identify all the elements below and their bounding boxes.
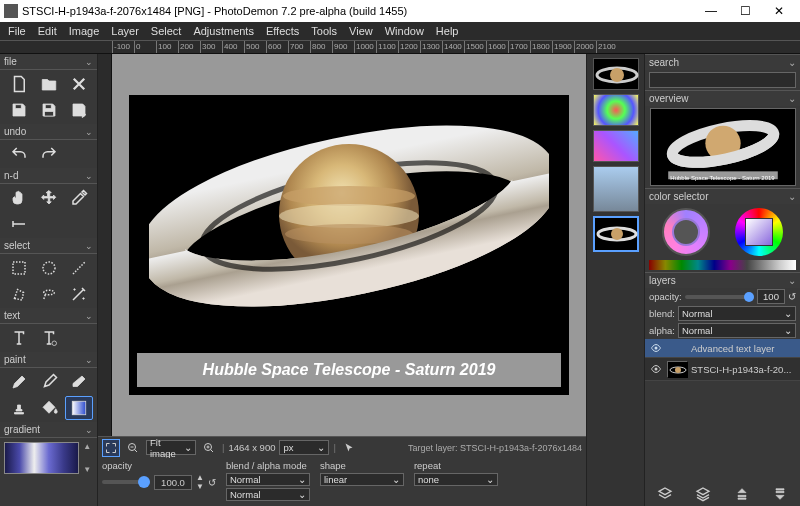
chevron-icon[interactable]: ⌄ bbox=[85, 241, 93, 251]
unit-select[interactable]: px⌄ bbox=[279, 440, 329, 455]
canvas-stage[interactable]: Hubble Space Telescope - Saturn 2019 bbox=[112, 54, 586, 436]
layer-buttons bbox=[645, 482, 800, 506]
opacity-slider[interactable] bbox=[102, 480, 150, 484]
opacity-reset-icon[interactable]: ↺ bbox=[208, 477, 216, 488]
line-select-tool[interactable] bbox=[65, 256, 93, 280]
fit-button[interactable] bbox=[102, 439, 120, 457]
menu-help[interactable]: Help bbox=[430, 22, 465, 40]
eraser-tool[interactable] bbox=[65, 370, 93, 394]
menu-edit[interactable]: Edit bbox=[32, 22, 63, 40]
opacity-field[interactable]: 100.0 bbox=[154, 475, 192, 490]
layer-item[interactable]: STSCI-H-p1943a-f-20... bbox=[645, 358, 800, 381]
chevron-icon[interactable]: ⌄ bbox=[788, 275, 796, 286]
visibility-icon[interactable] bbox=[649, 363, 663, 375]
section-file: file bbox=[4, 56, 17, 67]
clone-tool[interactable] bbox=[5, 396, 33, 420]
overview-thumbnail[interactable]: Hubble Space Telescope - Saturn 2019 bbox=[650, 108, 796, 186]
add-layer-button[interactable] bbox=[657, 486, 673, 502]
menu-tools[interactable]: Tools bbox=[305, 22, 343, 40]
layer-up-button[interactable] bbox=[734, 486, 750, 502]
chevron-icon[interactable]: ⌄ bbox=[788, 57, 796, 68]
chevron-icon[interactable]: ⌄ bbox=[788, 191, 796, 202]
menu-layer[interactable]: Layer bbox=[105, 22, 145, 40]
fill-tool[interactable] bbox=[35, 396, 63, 420]
svg-rect-2 bbox=[44, 112, 53, 117]
minimize-button[interactable]: — bbox=[694, 0, 728, 22]
menu-window[interactable]: Window bbox=[379, 22, 430, 40]
search-panel-header: search bbox=[649, 57, 679, 68]
color-ring[interactable] bbox=[662, 208, 710, 256]
shape-select[interactable]: linear⌄ bbox=[320, 473, 404, 486]
chevron-icon[interactable]: ⌄ bbox=[85, 171, 93, 181]
maximize-button[interactable]: ☐ bbox=[728, 0, 762, 22]
text-advanced-tool[interactable] bbox=[35, 326, 63, 350]
search-input[interactable] bbox=[649, 72, 796, 88]
chevron-icon[interactable]: ⌄ bbox=[85, 127, 93, 137]
zoom-in-button[interactable] bbox=[200, 439, 218, 457]
zoom-out-button[interactable] bbox=[124, 439, 142, 457]
doc-thumb[interactable] bbox=[593, 130, 639, 162]
chevron-icon[interactable]: ⌄ bbox=[85, 57, 93, 67]
chevron-icon[interactable]: ⌄ bbox=[85, 311, 93, 321]
canvas-caption[interactable]: Hubble Space Telescope - Saturn 2019 bbox=[137, 353, 561, 387]
zoom-select[interactable]: Fit image⌄ bbox=[146, 440, 196, 455]
menu-view[interactable]: View bbox=[343, 22, 379, 40]
svg-point-29 bbox=[675, 367, 681, 373]
duplicate-layer-button[interactable] bbox=[695, 486, 711, 502]
new-file-button[interactable] bbox=[5, 72, 33, 96]
close-file-button[interactable] bbox=[65, 72, 93, 96]
opacity-step-up[interactable]: ▲▼ bbox=[196, 473, 204, 491]
poly-select-tool[interactable] bbox=[5, 282, 33, 306]
color-wheel[interactable] bbox=[735, 208, 783, 256]
target-layer-label: Target layer: STSCI-H-p1943a-f-2076x1484 bbox=[408, 443, 582, 453]
wand-tool[interactable] bbox=[65, 282, 93, 306]
chevron-icon[interactable]: ⌄ bbox=[788, 93, 796, 104]
brush-tool[interactable] bbox=[35, 370, 63, 394]
gradient-stepper[interactable]: ▲▼ bbox=[83, 442, 93, 474]
move-tool[interactable] bbox=[35, 186, 63, 210]
layer-item[interactable]: Advanced text layer bbox=[645, 339, 800, 358]
reset-icon[interactable]: ↺ bbox=[788, 291, 796, 302]
rect-select-tool[interactable] bbox=[5, 256, 33, 280]
save-button[interactable] bbox=[5, 98, 33, 122]
menu-file[interactable]: File bbox=[2, 22, 32, 40]
doc-thumb[interactable] bbox=[593, 166, 639, 212]
doc-thumb[interactable] bbox=[593, 94, 639, 126]
menu-image[interactable]: Image bbox=[63, 22, 106, 40]
undo-button[interactable] bbox=[5, 142, 33, 166]
menu-adjustments[interactable]: Adjustments bbox=[187, 22, 260, 40]
layer-opacity-slider[interactable] bbox=[685, 295, 754, 299]
chevron-icon[interactable]: ⌄ bbox=[85, 355, 93, 365]
svg-rect-3 bbox=[13, 262, 25, 274]
redo-button[interactable] bbox=[35, 142, 63, 166]
visibility-icon[interactable] bbox=[649, 342, 663, 354]
layer-blend-select[interactable]: Normal⌄ bbox=[678, 306, 796, 321]
alpha-select[interactable]: Normal⌄ bbox=[226, 488, 310, 501]
gradient-tool[interactable] bbox=[65, 396, 93, 420]
svg-rect-8 bbox=[72, 401, 86, 415]
ellipse-select-tool[interactable] bbox=[35, 256, 63, 280]
color-swatches[interactable] bbox=[649, 260, 796, 270]
layer-opacity-field[interactable] bbox=[757, 289, 785, 304]
chevron-icon[interactable]: ⌄ bbox=[85, 425, 93, 435]
save-copy-button[interactable] bbox=[35, 98, 63, 122]
lasso-tool[interactable] bbox=[35, 282, 63, 306]
menu-effects[interactable]: Effects bbox=[260, 22, 305, 40]
open-file-button[interactable] bbox=[35, 72, 63, 96]
pencil-tool[interactable] bbox=[5, 370, 33, 394]
repeat-select[interactable]: none⌄ bbox=[414, 473, 498, 486]
layer-alpha-select[interactable]: Normal⌄ bbox=[678, 323, 796, 338]
gradient-preview[interactable] bbox=[4, 442, 79, 474]
doc-thumb[interactable] bbox=[593, 58, 639, 90]
close-button[interactable]: ✕ bbox=[762, 0, 796, 22]
hand-tool[interactable] bbox=[5, 186, 33, 210]
doc-thumb-active[interactable] bbox=[593, 216, 639, 252]
save-as-button[interactable] bbox=[65, 98, 93, 122]
menu-select[interactable]: Select bbox=[145, 22, 188, 40]
artboard[interactable]: Hubble Space Telescope - Saturn 2019 bbox=[129, 95, 569, 395]
measure-tool[interactable] bbox=[5, 212, 33, 236]
blend-select[interactable]: Normal⌄ bbox=[226, 473, 310, 486]
eyedropper-tool[interactable] bbox=[65, 186, 93, 210]
text-tool[interactable] bbox=[5, 326, 33, 350]
layer-down-button[interactable] bbox=[772, 486, 788, 502]
